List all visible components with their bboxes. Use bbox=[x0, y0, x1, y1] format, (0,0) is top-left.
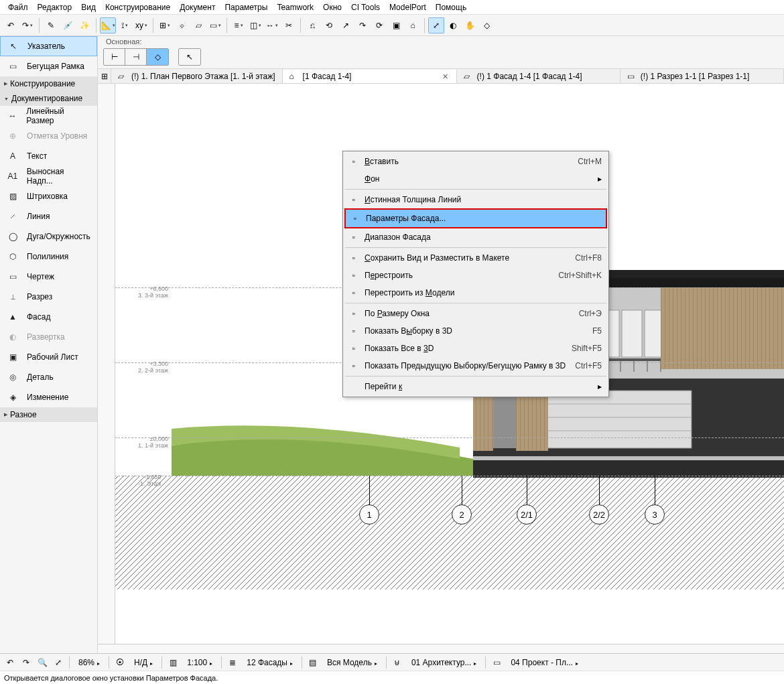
menu-document[interactable]: Документ bbox=[176, 1, 219, 13]
pan-button[interactable]: ✋ bbox=[462, 17, 478, 33]
tool-detail[interactable]: ◎Деталь bbox=[0, 367, 97, 387]
tab-close[interactable]: ✕ bbox=[441, 72, 450, 81]
ctx-item-1[interactable]: Фон bbox=[344, 170, 607, 188]
syringe-button[interactable]: 💉 bbox=[60, 17, 76, 33]
menu-design[interactable]: Конструирование bbox=[101, 1, 174, 13]
tool-change[interactable]: ◈Изменение bbox=[0, 387, 97, 407]
tool-worksheet[interactable]: ▣Рабочий Лист bbox=[0, 347, 97, 367]
sb-angle[interactable]: Н/Д bbox=[129, 658, 158, 667]
ctx-item-5[interactable]: ▫Диапазон Фасада bbox=[344, 228, 607, 246]
sb-zoom-fit[interactable]: ⤢ bbox=[51, 656, 66, 669]
toolbox-section-design[interactable]: Конструирование bbox=[0, 76, 97, 91]
geom-mode-3[interactable]: ◇ bbox=[147, 49, 168, 65]
viewport[interactable]: +6,6003. 3-й этаж+3,3002. 2-й этаж±0,000… bbox=[98, 84, 784, 653]
magic-wand-button[interactable]: ✨ bbox=[76, 17, 92, 33]
menu-file[interactable]: Файл bbox=[4, 1, 32, 13]
orbit-button[interactable]: ◐ bbox=[445, 17, 461, 33]
ctx-item-7[interactable]: ▫Сохранить Вид и Разместить в МакетеCtrl… bbox=[344, 249, 607, 267]
tool-arc[interactable]: ◯Дуга/Окружность bbox=[0, 226, 97, 247]
stairs-button[interactable]: ≡ bbox=[231, 17, 247, 33]
sb-view[interactable]: 01 Архитектур... bbox=[406, 658, 482, 667]
menu-citools[interactable]: CI Tools bbox=[347, 1, 384, 13]
ctx-item-8[interactable]: ▫ПерестроитьCtrl+Shift+K bbox=[344, 267, 607, 284]
tool-section[interactable]: ⟂Разрез bbox=[0, 287, 97, 307]
menu-teamwork[interactable]: Teamwork bbox=[273, 1, 318, 13]
sb-model[interactable]: Вся Модель bbox=[322, 658, 383, 667]
toggle-e[interactable]: ⟳ bbox=[371, 17, 387, 33]
tool-text[interactable]: AТекст bbox=[0, 146, 97, 166]
ctx-item-16[interactable]: Перейти к bbox=[344, 378, 607, 395]
sb-pen-icon[interactable]: ⊎ bbox=[390, 656, 405, 669]
ctx-item-4[interactable]: ▫Параметры Фасада... bbox=[344, 208, 607, 228]
layers-button[interactable]: ▭ bbox=[207, 17, 223, 33]
tool-pointer[interactable]: ↖ Указатель bbox=[0, 36, 97, 56]
ctx-item-11[interactable]: ▫По Размеру ОкнаCtrl+Э bbox=[344, 305, 607, 322]
tab-1[interactable]: ⌂[1 Фасад 1-4]✕ bbox=[283, 70, 457, 84]
redo-button[interactable]: ↷ bbox=[19, 17, 36, 33]
tab-0[interactable]: ▱(!) 1. План Первого Этажа [1. 1-й этаж] bbox=[111, 69, 283, 83]
eyedropper-button[interactable]: ✎ bbox=[43, 17, 59, 33]
sb-grid[interactable]: ▥ bbox=[166, 656, 180, 669]
menu-editor[interactable]: Редактор bbox=[34, 1, 76, 13]
trace-button[interactable]: ▱ bbox=[190, 17, 206, 33]
sb-redo[interactable]: ↷ bbox=[19, 656, 34, 669]
sb-model-icon[interactable]: ▤ bbox=[306, 656, 320, 669]
section-button[interactable]: ✂ bbox=[281, 17, 297, 33]
toggle-b[interactable]: ⟲ bbox=[321, 17, 337, 33]
tool-drawing[interactable]: ▭Чертеж bbox=[0, 267, 97, 287]
ctx-item-14[interactable]: ▫Показать Предыдущую Выборку/Бегущую Рам… bbox=[344, 357, 607, 374]
sb-undo[interactable]: ↶ bbox=[3, 656, 17, 669]
tab-grid-button[interactable]: ⊞ bbox=[98, 69, 111, 83]
ctx-item-12[interactable]: ▫Показать Выборку в 3DF5 bbox=[344, 322, 607, 340]
sb-layer-combo[interactable]: 12 Фасады bbox=[241, 658, 298, 667]
grid-button[interactable]: ⊞ bbox=[157, 17, 173, 33]
zoom-extents-button[interactable]: ⤢ bbox=[428, 17, 444, 33]
coord-button[interactable]: xy bbox=[133, 17, 149, 33]
toggle-c[interactable]: ↗ bbox=[338, 17, 354, 33]
geom-mode-1[interactable]: ⊢ bbox=[104, 49, 125, 65]
toggle-f[interactable]: ▣ bbox=[388, 17, 404, 33]
sb-zoom-value[interactable]: 86% bbox=[73, 658, 105, 667]
home-button[interactable]: ⌂ bbox=[405, 17, 421, 33]
group-button[interactable]: ◫ bbox=[247, 17, 263, 33]
cursor-mode[interactable]: ↖ bbox=[179, 49, 200, 65]
toggle-a[interactable]: ⎌ bbox=[304, 17, 320, 33]
sb-scale[interactable]: 1:100 bbox=[182, 658, 218, 667]
toolbox-section-document[interactable]: Документирование bbox=[0, 91, 97, 106]
tool-poly[interactable]: ⬡Полилиния bbox=[0, 247, 97, 267]
tab-3[interactable]: ▭(!) 1 Разрез 1-1 [1 Разрез 1-1] bbox=[620, 69, 784, 83]
menu-window[interactable]: Окно bbox=[319, 1, 346, 13]
tool-dim[interactable]: ↔Линейный Размер bbox=[0, 106, 97, 126]
dim-button[interactable]: ↔ bbox=[264, 17, 280, 33]
ctx-item-13[interactable]: ▫Показать Все в 3DShift+F5 bbox=[344, 340, 607, 357]
sb-layers-icon[interactable]: ≣ bbox=[225, 656, 240, 669]
measure-button[interactable]: ⟟ bbox=[117, 17, 133, 33]
undo-button[interactable]: ↶ bbox=[3, 17, 19, 33]
sb-zoom-out[interactable]: 🔍 bbox=[35, 656, 50, 669]
tool-label[interactable]: A1Выносная Надп... bbox=[0, 166, 97, 186]
geom-mode-2[interactable]: ⊣ bbox=[125, 49, 147, 65]
tool-line[interactable]: ⟋Линия bbox=[0, 206, 97, 226]
ruler-button[interactable]: 📐 bbox=[100, 17, 116, 33]
menu-modelport[interactable]: ModelPort bbox=[385, 1, 430, 13]
sb-orient[interactable]: ⦿ bbox=[113, 656, 127, 669]
tab-2[interactable]: ▱(!) 1 Фасад 1-4 [1 Фасад 1-4] bbox=[457, 69, 620, 83]
misc-button[interactable]: ◇ bbox=[478, 17, 495, 33]
tool-marquee[interactable]: ▭ Бегущая Рамка bbox=[0, 56, 97, 76]
work-area: Основная: ⊢ ⊣ ◇ ↖ ⊞ ▱(!) 1. План Первого… bbox=[98, 36, 784, 653]
ctx-item-3[interactable]: ▫Истинная Толщина Линий bbox=[344, 191, 607, 208]
section-icon: ⟂ bbox=[5, 291, 20, 303]
toggle-d[interactable]: ↷ bbox=[354, 17, 371, 33]
grid-bubble: 3 bbox=[645, 504, 665, 525]
sb-project[interactable]: 04 Проект - Пл... bbox=[505, 658, 584, 667]
ctx-item-9[interactable]: ▫Перестроить из Модели bbox=[344, 284, 607, 301]
tool-elevation[interactable]: ▲Фасад bbox=[0, 307, 97, 327]
snap-button[interactable]: ⟐ bbox=[174, 17, 190, 33]
menu-help[interactable]: Помощь bbox=[432, 1, 470, 13]
toolbox-section-misc[interactable]: Разное bbox=[0, 407, 97, 422]
menu-options[interactable]: Параметры bbox=[220, 1, 271, 13]
sb-sheet-icon[interactable]: ▭ bbox=[489, 656, 504, 669]
menu-view[interactable]: Вид bbox=[77, 1, 100, 13]
ctx-item-0[interactable]: ▫ВставитьCtrl+M bbox=[344, 153, 607, 170]
tool-hatch[interactable]: ▨Штриховка bbox=[0, 186, 97, 206]
